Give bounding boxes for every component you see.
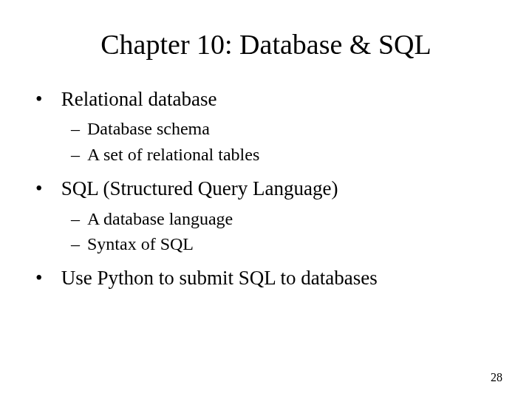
- subbullet-list: Database schema A set of relational tabl…: [71, 117, 497, 166]
- subbullet-item: Database schema: [71, 117, 497, 140]
- bullet-item: Use Python to submit SQL to databases: [35, 265, 497, 291]
- bullet-text: Use Python to submit SQL to databases: [61, 267, 378, 289]
- bullet-text: SQL (Structured Query Language): [61, 177, 338, 200]
- bullet-item: SQL (Structured Query Language) A databa…: [35, 175, 497, 256]
- slide-title: Chapter 10: Database & SQL: [35, 28, 497, 61]
- subbullet-item: A set of relational tables: [71, 143, 497, 166]
- subbullet-text: A database language: [87, 209, 233, 228]
- bullet-item: Relational database Database schema A se…: [35, 86, 497, 166]
- subbullet-item: Syntax of SQL: [71, 232, 497, 256]
- subbullet-text: Database schema: [87, 119, 210, 138]
- bullet-list: Relational database Database schema A se…: [35, 86, 497, 292]
- subbullet-item: A database language: [71, 207, 497, 231]
- bullet-text: Relational database: [61, 88, 217, 110]
- subbullet-text: A set of relational tables: [87, 145, 259, 164]
- subbullet-text: Syntax of SQL: [87, 234, 194, 253]
- page-number: 28: [491, 371, 502, 384]
- slide: Chapter 10: Database & SQL Relational da…: [0, 0, 532, 399]
- subbullet-list: A database language Syntax of SQL: [71, 207, 497, 256]
